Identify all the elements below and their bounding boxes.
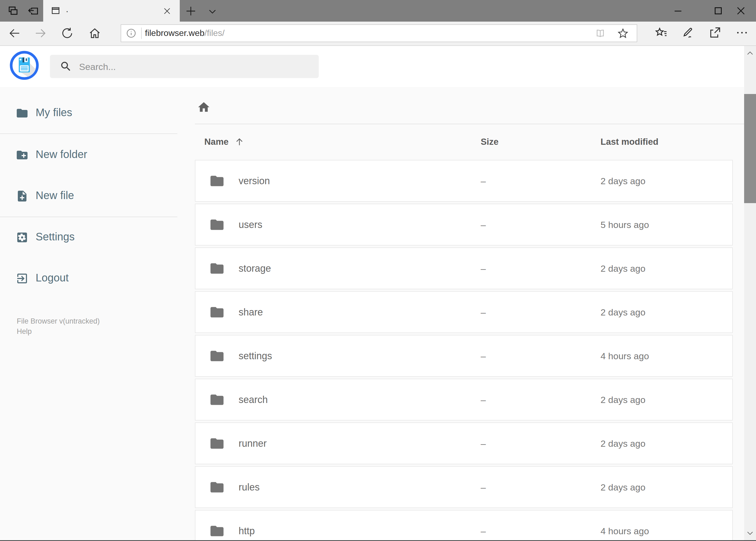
sidebar-item-label: My files — [36, 106, 72, 119]
home-icon[interactable] — [88, 26, 102, 40]
folder-icon — [209, 217, 225, 233]
scrollbar-thumb[interactable] — [744, 94, 756, 203]
sidebar-item-my-files[interactable]: My files — [0, 101, 189, 126]
file-name: storage — [239, 263, 271, 274]
table-row-rules[interactable]: rules – 2 days ago — [195, 466, 733, 508]
table-row-runner[interactable]: runner – 2 days ago — [195, 422, 733, 464]
help-link[interactable]: Help — [17, 327, 32, 336]
tab-page-icon — [50, 6, 61, 16]
file-size: – — [481, 176, 486, 186]
refresh-icon[interactable] — [60, 26, 74, 40]
sidebar-item-settings[interactable]: Settings — [0, 226, 189, 250]
folder-icon — [209, 173, 225, 189]
more-options-icon[interactable] — [735, 26, 749, 40]
file-size: – — [481, 263, 486, 273]
sidebar-divider — [0, 134, 177, 134]
table-row-storage[interactable]: storage – 2 days ago — [195, 248, 733, 289]
filebrowser-logo[interactable] — [10, 51, 39, 80]
hub-favorites-icon[interactable] — [654, 26, 668, 40]
folder-icon — [209, 392, 225, 407]
new-file-icon — [16, 190, 29, 203]
browser-tab[interactable]: . — [43, 0, 180, 22]
minimize-button[interactable] — [671, 4, 685, 18]
url-text: filebrowser.web/files/ — [145, 28, 225, 38]
folder-icon — [16, 107, 29, 120]
new-folder-icon — [16, 149, 29, 162]
file-size: – — [481, 482, 486, 492]
file-size: – — [481, 526, 486, 536]
set-tabs-aside-icon[interactable] — [26, 5, 40, 18]
sidebar-divider — [0, 217, 177, 217]
file-name: runner — [239, 438, 267, 449]
table-row-search[interactable]: search – 2 days ago — [195, 379, 733, 420]
site-info-icon[interactable] — [126, 28, 137, 39]
scroll-down-icon[interactable] — [746, 529, 754, 537]
file-name: rules — [239, 482, 260, 493]
file-size: – — [481, 307, 486, 317]
file-name: settings — [239, 350, 272, 362]
scroll-up-icon[interactable] — [746, 50, 754, 57]
forward-icon[interactable] — [34, 26, 48, 40]
file-modified: 2 days ago — [601, 482, 645, 492]
share-icon[interactable] — [708, 26, 722, 40]
maximize-button[interactable] — [711, 4, 725, 18]
table-row-share[interactable]: share – 2 days ago — [195, 291, 733, 333]
file-modified: 4 hours ago — [601, 526, 649, 536]
sidebar-item-new-file[interactable]: New file — [0, 184, 189, 209]
sort-ascending-icon — [234, 137, 245, 147]
file-size: – — [481, 394, 486, 405]
folder-icon — [209, 523, 225, 539]
folder-icon — [209, 479, 225, 495]
favorite-star-icon[interactable] — [617, 27, 629, 39]
page-scrollbar[interactable] — [744, 46, 756, 541]
file-modified: 2 days ago — [601, 394, 645, 405]
file-modified: 2 days ago — [601, 263, 645, 273]
table-row-users[interactable]: users – 5 hours ago — [195, 204, 733, 246]
file-size: – — [481, 350, 486, 361]
search-input[interactable] — [79, 55, 312, 79]
sidebar-item-new-folder[interactable]: New folder — [0, 143, 189, 168]
app-toolbar — [0, 46, 744, 87]
column-header-modified[interactable]: Last modified — [601, 137, 658, 147]
file-modified: 5 hours ago — [601, 219, 649, 230]
file-modified: 2 days ago — [601, 176, 645, 186]
folder-icon — [209, 304, 225, 320]
browser-navbar: filebrowser.web/files/ — [0, 22, 756, 46]
sidebar-item-logout[interactable]: Logout — [0, 267, 189, 291]
url-host: filebrowser.web — [145, 28, 205, 38]
sidebar-item-label: Logout — [36, 272, 69, 284]
url-path: /files/ — [205, 28, 225, 38]
file-modified: 4 hours ago — [601, 350, 649, 361]
reading-view-icon[interactable] — [594, 28, 606, 39]
tab-close-icon[interactable] — [162, 6, 172, 16]
back-icon[interactable] — [8, 26, 22, 40]
file-size: – — [481, 438, 486, 449]
tab-preview-chevron-icon[interactable] — [206, 5, 218, 17]
window-titlebar: . — [0, 0, 756, 22]
annotate-pen-icon[interactable] — [681, 26, 695, 40]
table-row-http[interactable]: http – 4 hours ago — [195, 510, 733, 541]
sidebar-item-label: New file — [36, 189, 74, 202]
column-header-name[interactable]: Name — [204, 137, 245, 147]
new-tab-button[interactable] — [184, 5, 197, 18]
url-separator — [141, 28, 142, 39]
search-icon — [60, 60, 72, 73]
breadcrumb-home-icon[interactable] — [197, 101, 210, 114]
sidebar-item-label: Settings — [36, 231, 75, 243]
file-name: search — [239, 394, 268, 405]
file-size: – — [481, 219, 486, 230]
show-set-aside-tabs-icon[interactable] — [6, 5, 19, 18]
close-button[interactable] — [734, 4, 748, 18]
search-bar[interactable] — [50, 55, 319, 78]
file-name: version — [239, 175, 270, 187]
listing-header: Name Size Last modified — [195, 135, 744, 150]
file-name: http — [239, 525, 255, 537]
url-bar[interactable]: filebrowser.web/files/ — [121, 24, 637, 42]
table-row-settings[interactable]: settings – 4 hours ago — [195, 335, 733, 377]
listing-rows: version – 2 days ago users – 5 hours ago… — [195, 160, 733, 541]
file-modified: 2 days ago — [601, 307, 645, 317]
file-name: users — [239, 219, 262, 231]
column-header-size[interactable]: Size — [481, 137, 499, 147]
file-modified: 2 days ago — [601, 438, 645, 449]
table-row-version[interactable]: version – 2 days ago — [195, 160, 733, 202]
